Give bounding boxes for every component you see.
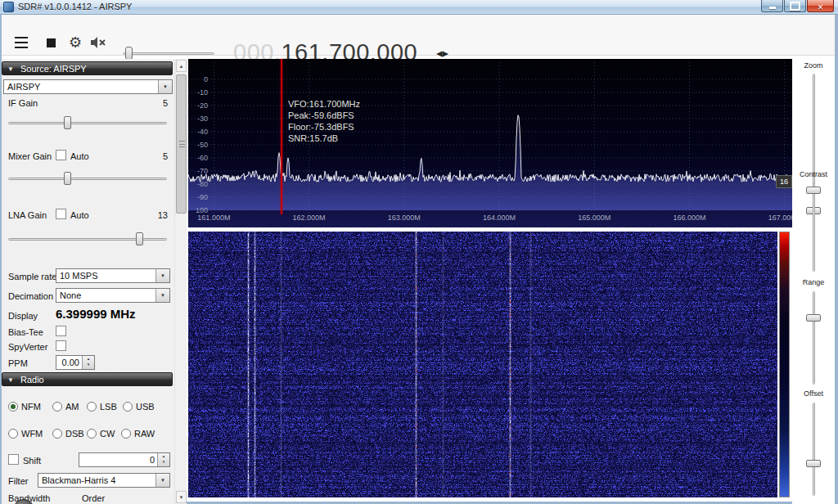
menu-button[interactable]	[11, 33, 31, 52]
mode-dsb-radio[interactable]: DSB	[52, 429, 84, 439]
display-bandwidth-value: 6.399999 MHz	[56, 307, 136, 321]
contrast-slider[interactable]	[806, 183, 821, 272]
range-label: Range	[792, 278, 835, 286]
mode-cw-radio[interactable]: CW	[87, 429, 115, 439]
spectrum-display[interactable]: VFO:161.700MHz Peak:-59.6dBFS Floor:-75.…	[188, 59, 792, 227]
waterfall-display[interactable]	[188, 232, 777, 497]
settings-sidebar: Source: AIRSPY AIRSPY IF Gain 5 Mixer Ga…	[2, 59, 174, 504]
sample-rate-select[interactable]: 10 MSPS	[56, 268, 170, 283]
mode-am-radio[interactable]: AM	[52, 402, 79, 412]
offset-slider[interactable]	[806, 403, 821, 496]
device-select[interactable]: AIRSPY	[3, 79, 173, 94]
close-button[interactable]	[807, 0, 834, 12]
app-icon	[3, 2, 14, 12]
tooltip-floor: Floor:-75.3dBFS	[288, 121, 360, 133]
spyverter-checkbox[interactable]	[56, 340, 66, 351]
spyverter-label: SpyVerter	[8, 342, 47, 352]
ppm-spinner[interactable]: 0.00	[56, 355, 95, 370]
minimize-icon	[769, 3, 776, 9]
close-icon	[818, 0, 824, 13]
mode-wfm-radio[interactable]: WFM	[8, 429, 43, 439]
range-slider[interactable]	[806, 291, 821, 385]
source-section-header[interactable]: Source: AIRSPY	[2, 61, 173, 75]
speaker-muted-icon	[90, 36, 106, 49]
tooltip-snr: SNR:15.7dB	[288, 133, 360, 144]
minimize-button[interactable]	[761, 0, 783, 12]
step-up-icon[interactable]	[443, 46, 449, 60]
scrollbar-thumb[interactable]	[176, 74, 187, 214]
mute-button[interactable]	[88, 33, 108, 52]
scrollbar-grip	[179, 141, 185, 147]
scroll-up-icon[interactable]	[176, 60, 187, 72]
filter-select[interactable]: Blackman-Harris 4	[38, 473, 170, 488]
mixer-gain-slider[interactable]	[7, 170, 169, 187]
window-title: SDR# v1.0.0.1412 - AIRSPY	[18, 2, 132, 11]
mode-label: RAW	[134, 429, 155, 439]
maximize-button[interactable]	[784, 0, 806, 12]
freq-axis-tick: 166.000M	[668, 214, 710, 222]
mode-raw-radio[interactable]: RAW	[121, 429, 155, 439]
radio-dot	[87, 429, 97, 439]
lna-auto-checkbox[interactable]	[56, 209, 66, 219]
hamburger-icon	[15, 37, 28, 38]
shift-checkbox[interactable]	[8, 454, 19, 465]
mode-label: LSB	[100, 402, 117, 412]
mixer-gain-label: Mixer Gain	[8, 151, 52, 161]
sidebar-scrollbar[interactable]	[174, 59, 187, 504]
freq-axis-tick: 163.000M	[383, 214, 426, 222]
radio-dot	[52, 402, 62, 412]
scroll-down-icon[interactable]	[176, 491, 187, 503]
stop-button[interactable]	[41, 33, 61, 52]
display-label: Display	[8, 311, 38, 321]
slider-thumb[interactable]	[806, 314, 821, 322]
shift-spinner[interactable]: 0	[79, 452, 170, 467]
tooltip-peak: Peak:-59.6dBFS	[288, 110, 360, 121]
lna-auto-label: Auto	[70, 210, 89, 220]
step-down-icon[interactable]	[436, 46, 443, 60]
decimation-select[interactable]: None	[56, 288, 170, 303]
radio-dot	[123, 402, 133, 412]
if-gain-value: 5	[163, 98, 168, 108]
slider-thumb[interactable]	[64, 172, 71, 185]
freq-axis-tick: 162.000M	[288, 214, 331, 222]
radio-dot	[8, 402, 18, 412]
slider-groove	[8, 122, 167, 124]
mode-label: CW	[100, 429, 115, 439]
mode-label: AM	[65, 402, 79, 412]
db-axis-tick: -10	[190, 88, 208, 97]
mixer-auto-label: Auto	[70, 151, 89, 161]
shift-label: Shift	[23, 456, 41, 466]
db-axis-tick: -40	[190, 128, 208, 136]
title-bar[interactable]: SDR# v1.0.0.1412 - AIRSPY	[0, 0, 838, 15]
toolbar: 000.161.700.000	[2, 15, 835, 56]
vfo-tuning-line[interactable]	[281, 59, 282, 214]
mode-nfm-radio[interactable]: NFM	[8, 402, 41, 412]
radio-section-header[interactable]: Radio	[2, 372, 173, 386]
radio-dot	[8, 429, 18, 439]
lna-gain-slider[interactable]	[7, 231, 169, 247]
mode-label: NFM	[21, 402, 41, 412]
slider-thumb[interactable]	[806, 187, 821, 194]
sample-rate-label: Sample rate	[8, 272, 56, 281]
freq-axis-tick: 161.000M	[192, 214, 235, 222]
radio-dot	[87, 402, 97, 412]
slider-thumb[interactable]	[64, 116, 71, 129]
db-axis-tick: -70	[190, 167, 208, 175]
db-axis-tick: -60	[190, 154, 208, 162]
mixer-auto-checkbox[interactable]	[56, 150, 66, 160]
slider-thumb[interactable]	[806, 460, 821, 467]
volume-thumb[interactable]	[125, 47, 133, 60]
freq-axis-tick: 164.000M	[478, 214, 520, 222]
if-gain-slider[interactable]	[7, 115, 169, 131]
decimation-label: Decimation	[8, 291, 53, 301]
lna-gain-value: 13	[158, 210, 168, 220]
mode-usb-radio[interactable]: USB	[123, 402, 155, 412]
mode-lsb-radio[interactable]: LSB	[87, 402, 117, 412]
settings-button[interactable]	[65, 33, 85, 52]
slider-thumb[interactable]	[136, 232, 143, 245]
window-border-right	[835, 15, 838, 504]
waterfall-canvas[interactable]	[188, 232, 777, 497]
bias-tee-checkbox[interactable]	[56, 326, 66, 336]
db-axis-tick: -30	[190, 115, 208, 123]
spectrum-plot[interactable]	[188, 59, 792, 227]
